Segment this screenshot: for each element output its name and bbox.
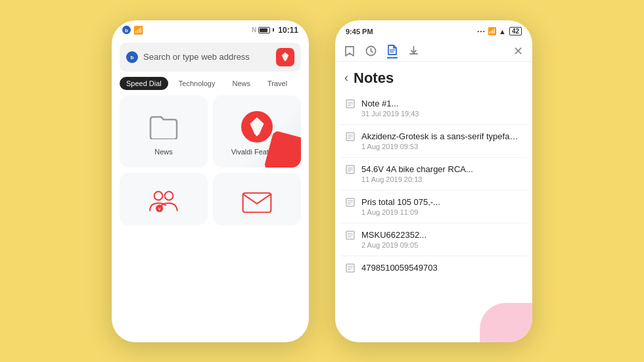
- clock-svg: [365, 45, 377, 57]
- battery-level: 42: [509, 27, 522, 35]
- note-item-1[interactable]: Akzidenz-Grotesk is a sans-serif typefac…: [340, 125, 527, 158]
- download-svg: [408, 45, 419, 57]
- folder-icon: [149, 114, 178, 139]
- time-display-right: 9:45 PM: [346, 28, 373, 35]
- note-date-0: 31 Jul 2019 19:43: [361, 110, 522, 118]
- note-icon-5: [346, 263, 355, 273]
- clock-icon[interactable]: [365, 45, 377, 57]
- tab-technology[interactable]: Technology: [172, 77, 222, 90]
- note-icon-3: [346, 198, 355, 207]
- phones-container: b 📶 N 10:11 b Search or type web address: [112, 20, 532, 342]
- dial-news-label: News: [154, 148, 173, 156]
- note-title-2: 54.6V 4A bike charger RCA...: [361, 164, 522, 174]
- document-icon[interactable]: [387, 44, 398, 58]
- note-title-0: Note #1...: [361, 99, 522, 108]
- note-content-5: 4798510059549703: [361, 263, 522, 273]
- search-bar[interactable]: b Search or type web address: [120, 43, 301, 72]
- folder-icon-container: [148, 111, 179, 143]
- svg-text:V: V: [158, 207, 161, 211]
- bookmark-svg: [344, 45, 355, 57]
- note-title-5: 4798510059549703: [361, 263, 522, 273]
- note-date-2: 11 Aug 2019 20:13: [361, 175, 522, 183]
- svg-rect-9: [243, 192, 271, 212]
- note-item-5[interactable]: 4798510059549703: [340, 256, 527, 279]
- note-content-4: MSKU6622352... 2 Aug 2019 09:05: [361, 230, 522, 249]
- dial-item-vivaldi[interactable]: Vivaldi Features: [213, 95, 301, 168]
- note-date-1: 1 Aug 2019 09:53: [361, 143, 522, 150]
- b-logo-icon: b: [122, 26, 131, 34]
- notes-list: Note #1... 31 Jul 2019 19:43 Akzidenz-Gr…: [335, 92, 532, 279]
- dial-item-mail[interactable]: [213, 173, 301, 225]
- dial-item-news[interactable]: News: [120, 95, 208, 168]
- note-content-0: Note #1... 31 Jul 2019 19:43: [361, 99, 522, 118]
- search-input-placeholder: Search or type web address: [143, 52, 271, 62]
- tab-speed-dial[interactable]: Speed Dial: [120, 77, 168, 90]
- status-bar-left: b 📶 N 10:11: [112, 20, 309, 37]
- note-content-3: Pris total 105 075,-... 1 Aug 2019 11:09: [361, 197, 522, 216]
- status-right-right: ··· 📶 ▲ 42: [477, 27, 522, 36]
- tab-travel[interactable]: Travel: [261, 77, 294, 90]
- note-item-4[interactable]: MSKU6622352... 2 Aug 2019 09:05: [340, 223, 527, 256]
- tab-news[interactable]: News: [225, 77, 257, 90]
- note-item-2[interactable]: 54.6V 4A bike charger RCA... 11 Aug 2019…: [340, 158, 527, 191]
- note-title-1: Akzidenz-Grotesk is a sans-serif typefac…: [361, 131, 522, 141]
- browser-phone: b 📶 N 10:11 b Search or type web address: [112, 20, 309, 342]
- note-content-2: 54.6V 4A bike charger RCA... 11 Aug 2019…: [361, 164, 522, 183]
- status-left: b 📶: [122, 26, 143, 35]
- dial-item-community[interactable]: V: [120, 173, 208, 225]
- nfc-icon: N: [252, 26, 256, 34]
- close-button[interactable]: ✕: [513, 44, 523, 58]
- bookmark-icon[interactable]: [344, 45, 355, 57]
- note-title-4: MSKU6622352...: [361, 230, 522, 240]
- notes-toolbar: ✕: [335, 39, 532, 62]
- signal-bars-icon: 📶: [488, 27, 497, 35]
- battery-icon: [258, 27, 270, 34]
- back-arrow-button[interactable]: ‹: [344, 71, 348, 85]
- note-title-3: Pris total 105 075,-...: [361, 197, 522, 207]
- svg-point-6: [165, 191, 173, 200]
- status-right-left: N 10:11: [252, 26, 298, 35]
- speed-dial-grid-bottom: V: [112, 168, 309, 225]
- vivaldi-search-icon: b: [126, 51, 138, 63]
- vivaldi-large-icon: [241, 111, 273, 143]
- vivaldi-v-icon: [279, 51, 291, 63]
- note-date-4: 2 Aug 2019 09:05: [361, 241, 522, 249]
- note-icon-0: [346, 99, 355, 108]
- download-icon[interactable]: [408, 45, 419, 57]
- pink-decoration: [480, 303, 532, 342]
- note-date-3: 1 Aug 2019 11:09: [361, 208, 522, 216]
- people-icon: V: [148, 189, 179, 213]
- svg-point-5: [154, 191, 163, 200]
- battery-tip: [273, 28, 274, 32]
- dots-icon: ···: [477, 27, 486, 36]
- svg-text:b: b: [125, 28, 128, 34]
- notes-title-row: ‹ Notes: [335, 62, 532, 92]
- tabs-row: Speed Dial Technology News Travel: [112, 77, 309, 95]
- wifi-icon: 📶: [133, 26, 143, 35]
- document-svg: [387, 44, 398, 56]
- speed-dial-grid: News Vivaldi Features: [112, 95, 309, 168]
- vivaldi-menu-button[interactable]: [276, 48, 294, 66]
- status-bar-right: 9:45 PM ··· 📶 ▲ 42: [335, 20, 532, 39]
- note-item-0[interactable]: Note #1... 31 Jul 2019 19:43: [340, 92, 527, 125]
- time-display-left: 10:11: [278, 26, 298, 35]
- notes-toolbar-icons: [344, 44, 419, 58]
- wifi-right-icon: ▲: [499, 28, 506, 35]
- notes-phone: 9:45 PM ··· 📶 ▲ 42: [335, 20, 532, 342]
- vivaldi-large-icon-container: [241, 111, 273, 143]
- note-item-3[interactable]: Pris total 105 075,-... 1 Aug 2019 11:09: [340, 191, 527, 223]
- note-icon-2: [346, 165, 355, 174]
- note-content-1: Akzidenz-Grotesk is a sans-serif typefac…: [361, 131, 522, 150]
- note-icon-4: [346, 231, 355, 240]
- note-icon-1: [346, 132, 355, 141]
- svg-text:b: b: [131, 54, 134, 60]
- mail-icon: [242, 189, 272, 213]
- notes-page-title: Notes: [354, 70, 394, 87]
